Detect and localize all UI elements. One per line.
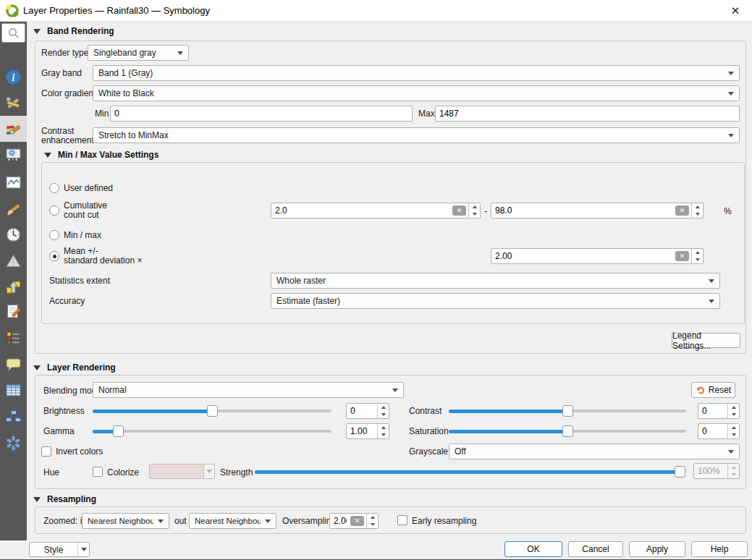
close-button[interactable]: ✕: [723, 0, 748, 22]
band-rendering-header[interactable]: Band Rendering: [33, 25, 114, 37]
resampling-title: Resampling: [47, 494, 96, 504]
gray-band-combo[interactable]: Band 1 (Gray): [93, 65, 740, 81]
zoomed-in-combo[interactable]: Nearest Neighbour: [82, 513, 169, 529]
colorize-swatch-dropdown[interactable]: [204, 464, 215, 479]
footer-bar: Style OK Cancel Apply Help: [0, 540, 752, 560]
apply-label: Apply: [646, 544, 668, 554]
resampling-header[interactable]: Resampling: [33, 493, 96, 505]
colorize-color-swatch[interactable]: [149, 464, 204, 479]
invert-colors-checkbox[interactable]: [41, 446, 51, 457]
clear-field-icon[interactable]: ✕: [675, 251, 689, 261]
spin-buttons[interactable]: [691, 249, 703, 263]
blending-mode-combo[interactable]: Normal: [93, 382, 404, 398]
slider-handle[interactable]: [113, 425, 124, 437]
brightness-spinbox[interactable]: [346, 403, 389, 419]
style-dropdown-arrow[interactable]: [77, 543, 89, 556]
max-input[interactable]: [435, 106, 740, 122]
min-max-radio[interactable]: [49, 230, 59, 240]
layer-rendering-header[interactable]: Layer Rendering: [33, 362, 116, 373]
sidebar-item-qgis-server[interactable]: [0, 404, 27, 430]
cancel-button[interactable]: Cancel: [568, 541, 623, 557]
clear-field-icon[interactable]: ✕: [452, 205, 466, 216]
mean-std-radio[interactable]: [49, 251, 59, 261]
cumulative-min-spinbox[interactable]: ✕: [271, 203, 481, 219]
clear-field-icon[interactable]: ✕: [350, 516, 364, 526]
contrast-enhancement-combo[interactable]: Stretch to MinMax: [93, 127, 740, 143]
legend-settings-button[interactable]: Legend Settings...: [672, 333, 740, 348]
zoomed-out-combo[interactable]: Nearest Neighbour: [189, 513, 276, 529]
spin-buttons[interactable]: [727, 464, 739, 478]
sidebar-item-transparency[interactable]: [0, 142, 27, 168]
slider-handle[interactable]: [562, 425, 573, 437]
render-type-combo[interactable]: Singleband gray: [88, 45, 189, 61]
spin-buttons[interactable]: [377, 424, 389, 438]
spin-buttons[interactable]: [691, 203, 703, 218]
chevron-down-icon: [709, 279, 714, 283]
collapse-arrow-icon: [44, 153, 51, 158]
collapse-arrow-icon: [33, 29, 41, 34]
std-multiplier-spinbox[interactable]: ✕: [491, 248, 704, 264]
colorize-checkbox[interactable]: [93, 467, 103, 477]
apply-button[interactable]: Apply: [629, 541, 685, 557]
sidebar-item-symbology[interactable]: [0, 116, 27, 142]
accuracy-combo[interactable]: Estimate (faster): [271, 293, 720, 309]
slider-handle[interactable]: [562, 405, 573, 417]
sidebar-item-information[interactable]: i: [0, 64, 27, 90]
spin-buttons[interactable]: [377, 404, 389, 418]
sidebar-item-rendering[interactable]: [0, 195, 27, 221]
ok-button[interactable]: OK: [504, 541, 562, 557]
early-resampling-checkbox[interactable]: [397, 515, 407, 525]
reset-button[interactable]: Reset: [691, 382, 735, 398]
sidebar-item-external-plugin[interactable]: [0, 430, 27, 456]
minmax-settings-header[interactable]: Min / Max Value Settings: [44, 149, 159, 161]
spin-buttons[interactable]: [468, 203, 480, 218]
chevron-down-icon: [728, 72, 734, 75]
slider-handle[interactable]: [675, 466, 685, 478]
contrast-slider[interactable]: [449, 405, 686, 417]
color-gradient-combo[interactable]: White to Black: [93, 85, 740, 101]
spin-buttons[interactable]: [727, 404, 739, 418]
contrast-spinbox[interactable]: [698, 403, 740, 419]
help-button[interactable]: Help: [691, 541, 748, 557]
sidebar-item-pyramids[interactable]: [0, 247, 27, 273]
slider-handle[interactable]: [207, 405, 218, 417]
strength-slider[interactable]: [255, 466, 686, 478]
saturation-label: Saturation: [409, 427, 449, 436]
table-icon: [5, 382, 22, 399]
gamma-slider[interactable]: [93, 425, 331, 437]
sidebar-item-elevation[interactable]: [0, 273, 27, 300]
cumulative-max-spinbox[interactable]: ✕: [491, 203, 704, 219]
saturation-slider[interactable]: [449, 425, 686, 437]
style-button[interactable]: Style: [29, 542, 90, 557]
sidebar-item-display[interactable]: [0, 351, 27, 377]
grayscale-combo[interactable]: Off: [449, 444, 740, 459]
min-input[interactable]: [110, 106, 413, 122]
gamma-label: Gamma: [43, 427, 75, 436]
sidebar-item-histogram[interactable]: [0, 169, 27, 195]
clear-field-icon[interactable]: ✕: [675, 205, 689, 216]
strength-spinbox[interactable]: [693, 463, 740, 479]
sidebar-item-legend[interactable]: [0, 325, 27, 351]
sidebar-search-box[interactable]: [1, 23, 25, 43]
sidebar-item-metadata[interactable]: [0, 298, 27, 324]
gray-band-label: Gray band: [41, 69, 82, 78]
help-label: Help: [711, 544, 729, 554]
oversampling-spinbox[interactable]: ✕: [329, 513, 379, 529]
statistics-extent-combo[interactable]: Whole raster: [271, 273, 720, 289]
min-max-label: Min / max: [64, 231, 101, 240]
user-defined-radio[interactable]: [49, 183, 59, 193]
invert-colors-label: Invert colors: [56, 447, 103, 457]
gamma-spinbox[interactable]: [346, 423, 389, 439]
minmax-settings-title: Min / Max Value Settings: [58, 150, 159, 160]
sidebar-item-attribute-table[interactable]: [0, 377, 27, 403]
spin-buttons[interactable]: [727, 424, 739, 438]
render-type-value: Singleband gray: [93, 48, 173, 58]
sidebar-item-source[interactable]: [0, 90, 27, 116]
zoomed-out-value: Nearest Neighbour: [195, 517, 261, 525]
spin-buttons[interactable]: [366, 514, 378, 528]
cumulative-count-cut-radio[interactable]: [49, 205, 59, 216]
brightness-slider[interactable]: [93, 405, 331, 417]
saturation-spinbox[interactable]: [698, 423, 740, 439]
sidebar-item-temporal[interactable]: [0, 221, 27, 247]
colorize-label: Colorize: [107, 468, 139, 478]
